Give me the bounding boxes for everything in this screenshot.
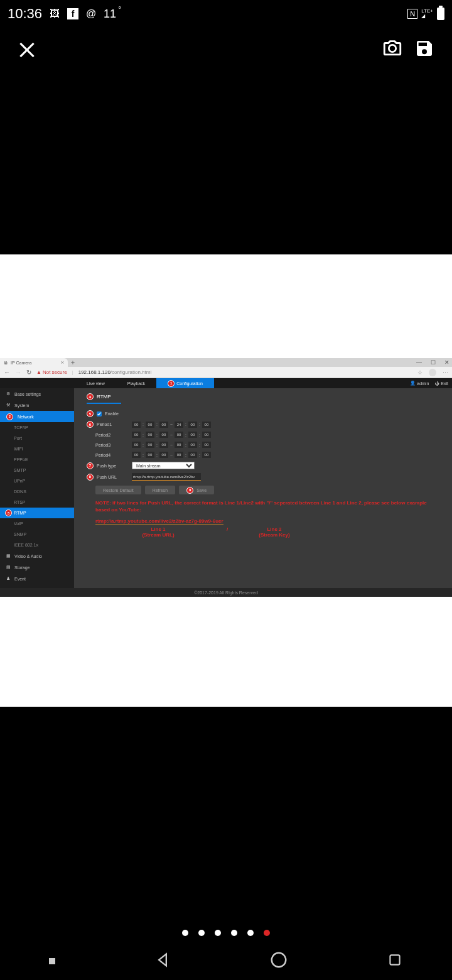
sidebar-sub-voip[interactable]: VoIP [0, 518, 74, 529]
sidebar-sub-wifi[interactable]: WIFI [0, 444, 74, 454]
sidebar-sub-ieee[interactable]: IEEE 802.1x [0, 540, 74, 550]
sidebar-sub-upnp[interactable]: UPnP [0, 476, 74, 486]
camera-app: Live view Playback 1Configuration 👤 admi… [0, 378, 452, 597]
menu-icon[interactable]: ⋯ [443, 369, 448, 376]
page-dot[interactable] [198, 930, 205, 936]
p4-e-h[interactable] [175, 452, 183, 458]
back-nav-icon[interactable] [154, 951, 171, 971]
maximize-icon[interactable]: ☐ [431, 359, 436, 366]
p4-s-s[interactable] [159, 452, 168, 458]
sidebar-sub-ddns[interactable]: DDNS [0, 486, 74, 497]
push-type-select[interactable]: Main stream [132, 462, 195, 469]
home-nav-icon[interactable] [269, 950, 288, 972]
browser-tab-strip: 🗎 IP Camera × + — ☐ ✕ [0, 358, 452, 367]
p1-s-h[interactable] [132, 422, 141, 428]
callout-3: 3 [5, 509, 12, 516]
p4-s-m[interactable] [146, 452, 154, 458]
p1-e-h[interactable] [175, 422, 183, 428]
lens-icon[interactable] [382, 38, 403, 62]
window-close-icon[interactable]: ✕ [444, 359, 449, 366]
favorite-icon[interactable]: ☆ [417, 369, 422, 376]
callout-2: 2 [6, 413, 13, 420]
sidebar-network[interactable]: 2Network [0, 411, 74, 422]
p4-s-h[interactable] [132, 452, 141, 458]
save-button[interactable]: 9Save [179, 486, 214, 494]
tab-playback[interactable]: Playback [116, 378, 156, 388]
svg-point-0 [272, 953, 286, 967]
page-dot[interactable] [231, 930, 237, 936]
p1-s-m[interactable] [146, 422, 154, 428]
sidebar-sub-smtp[interactable]: SMTP [0, 465, 74, 476]
p3-s-m[interactable] [146, 442, 154, 448]
refresh-button[interactable]: Refresh [145, 486, 176, 494]
sidebar-event[interactable]: ♟Event [0, 573, 74, 584]
facebook-icon: f [67, 8, 78, 19]
status-temp: 11 [104, 8, 116, 21]
minimize-icon[interactable]: — [416, 359, 422, 366]
tab-live-view[interactable]: Live view [75, 378, 116, 388]
forward-icon[interactable]: → [15, 369, 21, 376]
enable-checkbox[interactable] [97, 411, 102, 416]
back-icon[interactable]: ← [4, 369, 10, 376]
p3-e-s[interactable] [202, 442, 211, 448]
p2-e-m[interactable] [188, 432, 197, 438]
page-dot[interactable] [182, 930, 188, 936]
new-tab-button[interactable]: + [69, 359, 77, 366]
sidebar-video-audio[interactable]: ▦Video & Audio [0, 550, 74, 562]
lte-label: LTE+◢ [421, 9, 433, 19]
at-icon: @ [85, 8, 97, 20]
p1-e-m[interactable] [188, 422, 197, 428]
close-icon[interactable] [18, 40, 36, 59]
app-footer: ©2017-2019 All Rights Reserved [0, 588, 452, 597]
recents-icon[interactable] [49, 958, 55, 964]
sidebar-sub-rtmp[interactable]: 3RTMP [0, 508, 74, 518]
push-url-input[interactable] [132, 473, 201, 481]
android-status-bar: 10:36 🖼 f @ 11 N LTE+◢ [0, 0, 452, 28]
push-type-label: Push type [97, 464, 116, 468]
p4-e-s[interactable] [202, 452, 211, 458]
browser-window: 🗎 IP Camera × + — ☐ ✕ ← → ↻ ▲ Not secure… [0, 358, 452, 603]
section-title: 4RTMP [87, 393, 121, 404]
security-indicator[interactable]: ▲ Not secure [36, 369, 67, 375]
storage-icon: ▤ [6, 565, 12, 570]
period4-time: :: ~ :: [132, 452, 211, 458]
system-icon: ⚒ [6, 403, 12, 408]
exit-button[interactable]: ⏻ Exit [435, 381, 448, 386]
p3-s-s[interactable] [159, 442, 168, 448]
period1-time: :: ~ :: [132, 422, 211, 428]
sidebar-sub-snmp[interactable]: SNMP [0, 529, 74, 540]
sidebar-sub-port[interactable]: Port [0, 433, 74, 444]
p1-s-s[interactable] [159, 422, 168, 428]
tab-close-icon[interactable]: × [61, 359, 64, 366]
app-top-nav: Live view Playback 1Configuration 👤 admi… [0, 378, 452, 388]
page-dot[interactable] [247, 930, 254, 936]
save-icon[interactable] [414, 38, 434, 61]
user-label[interactable]: 👤 admin [410, 381, 429, 386]
page-dot[interactable] [215, 930, 221, 936]
p1-e-s[interactable] [202, 422, 211, 428]
p3-e-m[interactable] [188, 442, 197, 448]
sidebar-sub-rtsp[interactable]: RTSP [0, 497, 74, 508]
page-dot-active[interactable] [264, 930, 270, 936]
tab-configuration[interactable]: 1Configuration [156, 378, 214, 388]
refresh-icon[interactable]: ↻ [26, 369, 31, 376]
p2-s-h[interactable] [132, 432, 141, 438]
sidebar-sub-tcpip[interactable]: TCP/IP [0, 422, 74, 433]
p3-s-h[interactable] [132, 442, 141, 448]
p2-s-m[interactable] [146, 432, 154, 438]
sidebar-storage[interactable]: ▤Storage [0, 562, 74, 573]
status-time: 10:36 [8, 6, 42, 22]
sidebar-system[interactable]: ⚒System [0, 400, 74, 411]
url-display[interactable]: 192.168.1.120/configuration.html [78, 369, 152, 375]
p3-e-h[interactable] [175, 442, 183, 448]
sidebar-sub-pppoe[interactable]: PPPoE [0, 454, 74, 465]
profile-icon[interactable] [429, 369, 436, 376]
browser-tab[interactable]: 🗎 IP Camera × [0, 358, 68, 367]
sidebar-base-settings[interactable]: ⚙Base settings [0, 388, 74, 400]
overview-nav-icon[interactable] [387, 952, 403, 971]
p2-e-s[interactable] [202, 432, 211, 438]
p2-e-h[interactable] [175, 432, 183, 438]
restore-default-button[interactable]: Restore Default [95, 486, 141, 494]
p2-s-s[interactable] [159, 432, 168, 438]
p4-e-m[interactable] [188, 452, 197, 458]
